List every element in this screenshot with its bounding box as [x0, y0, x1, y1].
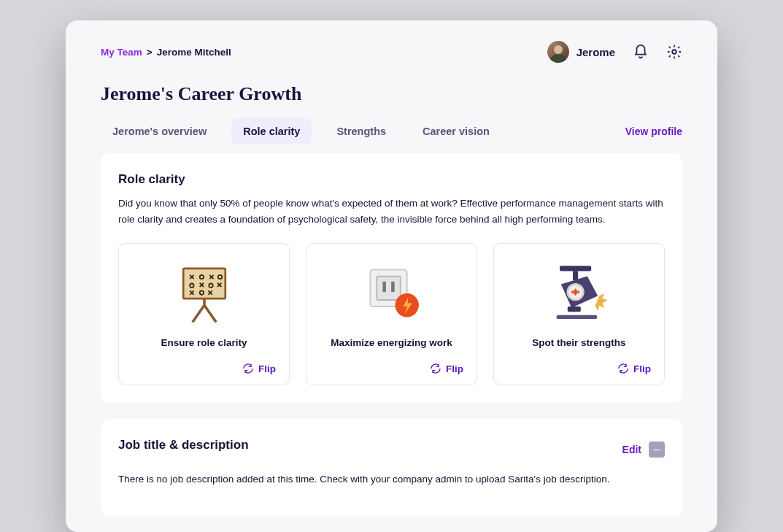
user-chip[interactable]: Jerome — [547, 41, 615, 63]
flip-button[interactable]: Flip — [617, 363, 651, 374]
breadcrumb-separator: > — [147, 47, 153, 58]
job-description-text: There is no job description added at thi… — [118, 471, 665, 487]
svg-point-0 — [672, 50, 676, 54]
user-name: Jerome — [576, 46, 615, 58]
flip-label: Flip — [446, 363, 463, 374]
svg-line-4 — [204, 305, 216, 322]
card-maximize-energizing-work: Maximize energizing work Flip — [306, 243, 477, 385]
card-title: Spot their strengths — [532, 337, 625, 348]
breadcrumb: My Team > Jerome Mitchell — [101, 47, 231, 58]
page-title: Jerome's Career Growth — [101, 83, 682, 105]
role-clarity-description: Did you know that only 50% of people kno… — [118, 196, 665, 227]
svg-line-3 — [192, 305, 204, 322]
power-socket-icon — [320, 257, 463, 330]
svg-rect-13 — [391, 282, 395, 292]
strategy-board-icon — [132, 257, 276, 330]
refresh-icon — [617, 363, 629, 374]
tab-role-clarity[interactable]: Role clarity — [231, 118, 312, 144]
svg-rect-16 — [573, 271, 578, 281]
svg-rect-18 — [567, 307, 580, 312]
job-title-panel: Job title & description Edit – There is … — [101, 419, 682, 517]
breadcrumb-current: Jerome Mitchell — [157, 47, 231, 58]
collapse-icon[interactable]: – — [649, 442, 665, 458]
role-clarity-title: Role clarity — [118, 172, 665, 187]
header-bar: My Team > Jerome Mitchell Jerome — [101, 31, 682, 67]
tab-overview[interactable]: Jerome's overview — [101, 118, 218, 144]
view-profile-link[interactable]: View profile — [625, 126, 682, 137]
svg-rect-15 — [560, 266, 591, 271]
svg-rect-12 — [382, 282, 386, 292]
refresh-icon — [242, 363, 254, 374]
bell-icon[interactable] — [633, 44, 649, 60]
svg-rect-11 — [377, 277, 400, 300]
tab-strengths[interactable]: Strengths — [325, 118, 398, 144]
job-title-heading: Job title & description — [118, 438, 249, 452]
card-title: Maximize energizing work — [331, 337, 452, 348]
role-clarity-panel: Role clarity Did you know that only 50% … — [101, 153, 682, 403]
card-title: Ensure role clarity — [161, 337, 247, 348]
card-ensure-role-clarity: Ensure role clarity Flip — [118, 243, 290, 385]
flip-button[interactable]: Flip — [430, 363, 463, 374]
flip-label: Flip — [633, 363, 651, 374]
tabs: Jerome's overview Role clarity Strengths… — [101, 118, 501, 144]
avatar — [547, 41, 569, 63]
edit-button[interactable]: Edit — [622, 444, 641, 455]
flip-button[interactable]: Flip — [242, 363, 276, 374]
flip-label: Flip — [258, 363, 276, 374]
spotlight-icon — [507, 257, 651, 330]
gear-icon[interactable] — [666, 44, 682, 60]
card-spot-their-strengths: Spot their strengths Flip — [493, 243, 665, 385]
tab-career-vision[interactable]: Career vision — [411, 118, 501, 144]
refresh-icon — [430, 363, 441, 374]
breadcrumb-root-link[interactable]: My Team — [101, 47, 142, 58]
